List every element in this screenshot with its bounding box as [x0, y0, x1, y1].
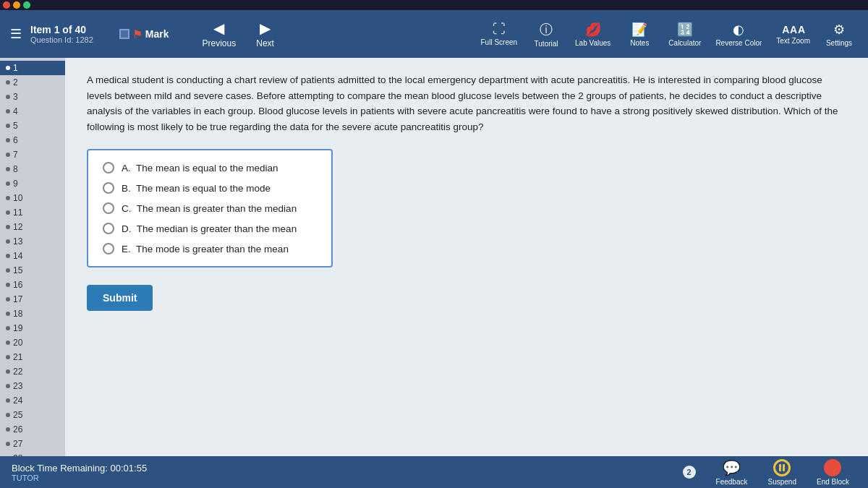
sidebar-num-2: 2: [13, 77, 18, 87]
tutorial-button[interactable]: ⓘ Tutorial: [524, 18, 568, 51]
sidebar-num-13: 13: [13, 236, 22, 247]
end-block-label: End Block: [817, 478, 849, 486]
lab-values-button[interactable]: 💋 Lab Values: [568, 19, 618, 50]
sidebar-item-26[interactable]: 26: [0, 422, 65, 437]
calculator-button[interactable]: 🔢 Calculator: [661, 19, 708, 50]
sidebar-dot-21: [6, 355, 10, 359]
sidebar-item-1[interactable]: 1: [0, 61, 65, 75]
sidebar-dot-3: [6, 95, 10, 99]
notes-button[interactable]: 📝 Notes: [618, 19, 661, 50]
sidebar-dot-16: [6, 283, 10, 287]
sidebar-item-11[interactable]: 11: [0, 205, 65, 220]
next-button[interactable]: ▶ Next: [246, 15, 284, 53]
fullscreen-button[interactable]: ⛶ Full Screen: [473, 19, 524, 49]
maximize-button[interactable]: [23, 1, 30, 9]
option-b[interactable]: B. The mean is equal to the mode: [100, 178, 320, 198]
sidebar-dot-23: [6, 384, 10, 388]
radio-a[interactable]: [103, 162, 114, 174]
mark-flag-icon: ⚑: [132, 27, 142, 41]
sidebar-item-6[interactable]: 6: [0, 133, 65, 147]
sidebar-num-23: 23: [13, 381, 22, 391]
fullscreen-icon: ⛶: [493, 22, 506, 37]
radio-d[interactable]: [103, 223, 114, 234]
sidebar-dot-27: [6, 442, 10, 446]
sidebar-dot-11: [6, 210, 10, 215]
sidebar-item-24[interactable]: 24: [0, 393, 65, 408]
sidebar-item-28[interactable]: 28: [0, 451, 65, 456]
sidebar-item-21[interactable]: 21: [0, 350, 65, 364]
sidebar-item-18[interactable]: 18: [0, 307, 65, 321]
calculator-icon: 🔢: [677, 22, 693, 38]
sidebar-item-15[interactable]: 15: [0, 263, 65, 278]
sidebar-item-17[interactable]: 17: [0, 292, 65, 307]
option-a[interactable]: A. The mean is equal to the median: [100, 158, 320, 178]
sidebar-dot-24: [6, 398, 10, 403]
fullscreen-label: Full Screen: [480, 38, 517, 46]
option-d[interactable]: D. The median is greater than the mean: [100, 218, 320, 239]
sidebar-item-14[interactable]: 14: [0, 249, 65, 263]
sidebar-dot-14: [6, 254, 10, 258]
question-content: A medical student is conducting a chart …: [65, 58, 868, 456]
sidebar-item-12[interactable]: 12: [0, 220, 65, 234]
sidebar-item-3[interactable]: 3: [0, 90, 65, 104]
question-text: A medical student is conducting a chart …: [87, 72, 846, 134]
radio-c[interactable]: [103, 202, 114, 214]
sidebar-dot-26: [6, 427, 10, 432]
block-time-section: Block Time Remaining: 00:01:55 TUTOR: [12, 463, 147, 482]
text-zoom-icon: A A A: [782, 24, 804, 35]
minimize-button[interactable]: [13, 1, 20, 9]
sidebar-num-11: 11: [13, 207, 22, 218]
radio-e[interactable]: [103, 243, 114, 254]
tutorial-icon: ⓘ: [540, 21, 553, 38]
sidebar-item-13[interactable]: 13: [0, 234, 65, 249]
sidebar-num-3: 3: [13, 92, 18, 102]
sidebar-item-4[interactable]: 4: [0, 104, 65, 119]
settings-icon: ⚙: [833, 22, 845, 38]
option-c[interactable]: C. The mean is greater than the median: [100, 198, 320, 218]
feedback-button[interactable]: 💬 Feedback: [709, 458, 755, 487]
title-bar: [0, 0, 868, 10]
sidebar-num-25: 25: [13, 410, 22, 420]
mark-label: Mark: [145, 28, 169, 40]
hamburger-icon[interactable]: ☰: [7, 23, 25, 45]
reverse-color-label: Reverse Color: [715, 39, 762, 47]
notes-bottom-button[interactable]: 2: [676, 464, 703, 480]
sidebar-item-19[interactable]: 19: [0, 321, 65, 335]
block-time-remaining: Block Time Remaining: 00:01:55: [12, 463, 147, 474]
suspend-button[interactable]: Suspend: [760, 458, 803, 487]
mark-checkbox[interactable]: [119, 29, 129, 39]
sidebar-dot-17: [6, 297, 10, 301]
sidebar-dot-9: [6, 181, 10, 186]
sidebar-item-10[interactable]: 10: [0, 191, 65, 205]
sidebar-item-2[interactable]: 2: [0, 75, 65, 90]
radio-b[interactable]: [103, 182, 114, 194]
item-info: Item 1 of 40 Question Id: 1282: [30, 24, 93, 44]
answer-options-box: A. The mean is equal to the median B. Th…: [87, 149, 333, 267]
pause-bar-2: [783, 464, 785, 471]
sidebar-item-16[interactable]: 16: [0, 278, 65, 292]
sidebar-item-7[interactable]: 7: [0, 147, 65, 162]
sidebar-dot-4: [6, 109, 10, 114]
option-e[interactable]: E. The mode is greater than the mean: [100, 239, 320, 259]
reverse-color-button[interactable]: ◐ Reverse Color: [708, 19, 769, 50]
sidebar-item-27[interactable]: 27: [0, 437, 65, 451]
text-zoom-button[interactable]: A A A Text Zoom: [769, 21, 817, 48]
submit-button[interactable]: Submit: [87, 285, 153, 311]
sidebar-item-5[interactable]: 5: [0, 119, 65, 133]
previous-button[interactable]: ◀ Previous: [192, 15, 247, 53]
sidebar-dot-2: [6, 80, 10, 85]
sidebar-dot-13: [6, 239, 10, 244]
sidebar-dot-10: [6, 196, 10, 200]
sidebar-item-9[interactable]: 9: [0, 176, 65, 191]
mark-section[interactable]: ⚑ Mark: [111, 27, 178, 41]
sidebar-item-23[interactable]: 23: [0, 379, 65, 393]
settings-button[interactable]: ⚙ Settings: [817, 19, 861, 50]
next-icon: ▶: [260, 20, 271, 37]
sidebar-item-22[interactable]: 22: [0, 364, 65, 379]
sidebar-dot-1: [6, 66, 10, 70]
sidebar-item-20[interactable]: 20: [0, 335, 65, 350]
end-block-button[interactable]: End Block: [809, 458, 856, 487]
sidebar-item-8[interactable]: 8: [0, 162, 65, 176]
close-button[interactable]: [3, 1, 10, 9]
sidebar-item-25[interactable]: 25: [0, 408, 65, 422]
